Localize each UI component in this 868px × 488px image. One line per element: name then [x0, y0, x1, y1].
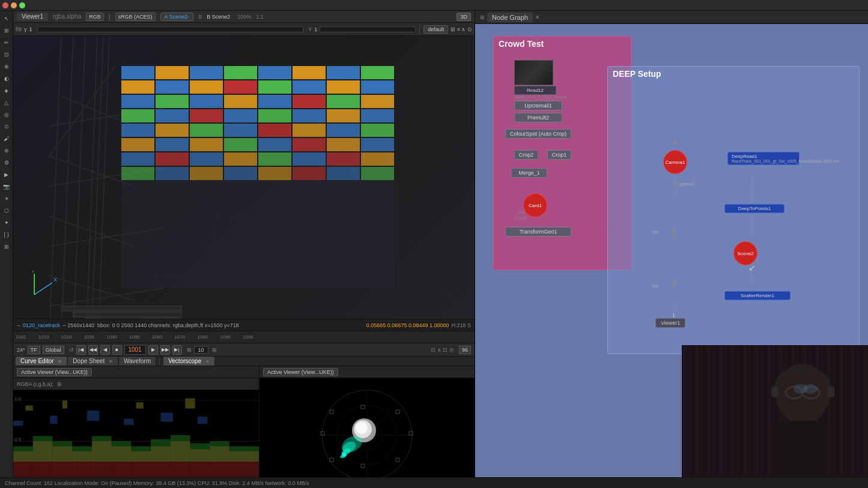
rgb-select[interactable]: RGB: [86, 13, 104, 21]
maximize-button[interactable]: [19, 2, 25, 8]
refresh-icon[interactable]: ↺: [69, 347, 74, 353]
vectorscope-close[interactable]: ✕: [205, 359, 210, 364]
premult2-node[interactable]: Premult2: [514, 113, 562, 122]
curve-editor-close[interactable]: ✕: [58, 359, 62, 364]
toolbar-plugin-icon[interactable]: ⊞: [1, 241, 12, 252]
timeline-ruler: 1001 1010 1020 1030 1040 1050 1060 1070 …: [13, 331, 475, 343]
upcremail1-node[interactable]: Upcremail1: [514, 101, 562, 110]
prev-frame-btn[interactable]: ◀◀: [88, 345, 98, 355]
window-controls[interactable]: [2, 2, 25, 8]
expand-icon[interactable]: ⊞: [212, 347, 217, 353]
toolbar-script-icon[interactable]: { }: [1, 229, 12, 240]
colorspace-select[interactable]: sRGB (ACES): [115, 13, 156, 21]
viewer1-tab[interactable]: Viewer1: [17, 13, 48, 20]
tf-btn[interactable]: TF: [28, 346, 40, 354]
svg-rect-55: [327, 95, 360, 108]
render-mode-btn[interactable]: 3D: [457, 13, 471, 21]
curve-viewer-badge[interactable]: Active Viewer (View...UKE)): [17, 368, 92, 376]
svg-rect-66: [156, 124, 189, 137]
exposure-slider[interactable]: [37, 26, 304, 32]
frame-1070: 1070: [175, 334, 186, 340]
y-slider[interactable]: [320, 26, 416, 32]
toolbar-shape-icon[interactable]: △: [1, 97, 12, 108]
toolbar-select-icon[interactable]: ⊞: [1, 25, 12, 36]
svg-rect-130: [124, 419, 133, 425]
toolbar-pen-icon[interactable]: ✏: [1, 37, 12, 48]
stop-btn[interactable]: ■: [112, 345, 122, 355]
vectorscope-tab[interactable]: Vectorscope ✕: [163, 357, 214, 366]
svg-rect-132: [198, 417, 207, 424]
play-btn[interactable]: ▶: [148, 345, 158, 355]
dope-sheet-tab[interactable]: Dope Sheet ✕: [68, 357, 118, 366]
frame-input[interactable]: 1001: [124, 345, 146, 355]
crop2-node[interactable]: Crop2: [514, 150, 538, 160]
svg-rect-35: [190, 66, 223, 79]
nodegraph-close[interactable]: ✕: [535, 14, 540, 20]
svg-rect-73: [121, 138, 154, 151]
conn-dot-4: [672, 233, 676, 236]
frame-1096: 1096: [243, 334, 253, 340]
close-button[interactable]: [2, 2, 8, 8]
toolbar-mask-icon[interactable]: ◈: [1, 85, 12, 96]
default-btn[interactable]: default: [423, 25, 448, 34]
toolbar-camera-icon[interactable]: 📷: [1, 181, 12, 192]
scene2-node[interactable]: Scene2: [733, 241, 757, 265]
status-text: --: [17, 322, 20, 328]
frame-1080: 1080: [197, 334, 208, 340]
toolbar-render-icon[interactable]: ▶: [1, 169, 12, 180]
scatterrender1-node[interactable]: ScatterRender1: [724, 291, 791, 300]
curve-editor-header: Active Viewer (View...UKE)): [13, 366, 259, 378]
svg-rect-92: [224, 167, 257, 180]
svg-text:1.0: 1.0: [14, 396, 22, 402]
svg-rect-70: [293, 124, 326, 137]
merge1-node[interactable]: Merge_1: [511, 168, 547, 178]
skip-start-btn[interactable]: |◀: [76, 345, 86, 355]
svg-rect-124: [190, 443, 210, 462]
waveform-tab[interactable]: Waveform: [119, 357, 156, 366]
viewer1-graph-node[interactable]: Viewer1: [655, 318, 685, 328]
camera1-node[interactable]: Camera1: [663, 150, 687, 174]
svg-rect-74: [156, 138, 189, 151]
crop1-node[interactable]: Crop1: [547, 150, 571, 160]
toolbar-settings-icon[interactable]: ⚙: [1, 157, 12, 168]
next-btn[interactable]: ▶▶: [160, 345, 170, 355]
colourspot-node[interactable]: ColourSpot (Auto Crop): [505, 129, 571, 139]
toolbar-crop-icon[interactable]: ⊡: [1, 49, 12, 60]
transformgeo1-node[interactable]: TransformGeo1: [505, 227, 571, 236]
vectorscope-viewer-badge[interactable]: Active Viewer (View...UKE)): [263, 368, 338, 376]
read12-info: Spots_Line_2_3211_4k.mov: [514, 95, 556, 99]
step-input[interactable]: 10: [194, 346, 208, 354]
curve-editor-tab[interactable]: Curve Editor ✕: [16, 357, 67, 366]
node-graph-tab[interactable]: Node Graph: [487, 13, 533, 22]
toolbar-light-icon[interactable]: ☀: [1, 193, 12, 204]
skip-end-btn[interactable]: ▶|: [172, 345, 182, 355]
deepread1-node[interactable]: DeepRead1 RaceTrack_001_001_gt_Sel_v005_…: [727, 152, 800, 165]
rgba-label[interactable]: rgba.alpha: [53, 13, 81, 20]
prev-btn[interactable]: ◀: [100, 345, 110, 355]
nodegraph-header: ⊞ Node Graph ✕: [475, 11, 868, 24]
toolbar-particle-icon[interactable]: ✦: [1, 217, 12, 228]
toolbar-paint-icon[interactable]: 🖌: [1, 133, 12, 144]
dope-sheet-close[interactable]: ✕: [109, 359, 113, 364]
scene-a-select[interactable]: A Scene2-: [160, 13, 194, 21]
toolbar-view-icon[interactable]: ⊙: [1, 121, 12, 132]
deeptopointsd1-node[interactable]: DeepToPoints1: [724, 204, 785, 213]
toolbar-color-icon[interactable]: ◐: [1, 73, 12, 84]
toolbar-transform-icon[interactable]: ⊕: [1, 61, 12, 72]
card1-node[interactable]: Card1: [523, 193, 547, 217]
pixel-values: 0.05665 0.06675 0.08449 1.00000: [366, 322, 449, 328]
person-svg: [682, 346, 868, 477]
vectorscope-display: [259, 378, 475, 488]
frame-1001: 1001: [16, 334, 26, 340]
person-background: [682, 346, 868, 477]
toolbar-geo-icon[interactable]: ⬡: [1, 205, 12, 216]
toolbar-arrow-icon[interactable]: ↖: [1, 13, 12, 24]
svg-point-161: [356, 422, 368, 434]
toolbar-node-icon[interactable]: ◎: [1, 109, 12, 120]
global-btn[interactable]: Global: [43, 346, 64, 354]
read12-label: Read12: [514, 86, 556, 95]
bleacher-svg: [121, 66, 410, 294]
minimize-button[interactable]: [11, 2, 17, 8]
3d-viewport[interactable]: X: [13, 36, 475, 319]
toolbar-clone-icon[interactable]: ⊛: [1, 145, 12, 156]
